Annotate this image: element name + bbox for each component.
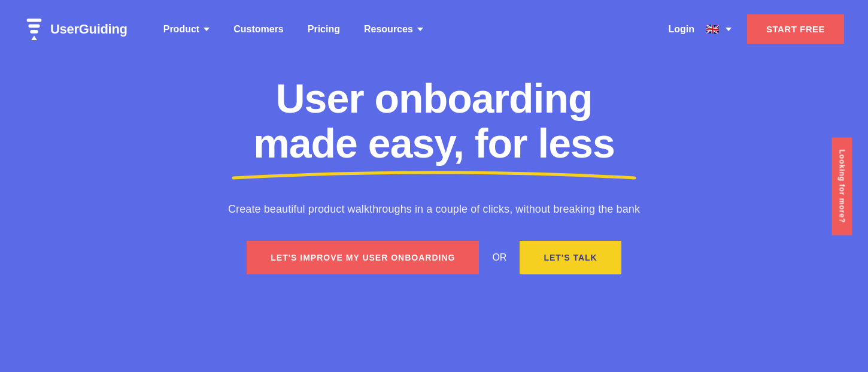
logo-icon (24, 17, 44, 41)
svg-rect-1 (28, 24, 40, 28)
hero-subtitle: Create beautiful product walkthroughs in… (228, 203, 640, 216)
hero-section: User onboarding made easy, for less Crea… (0, 58, 868, 298)
start-free-button[interactable]: START FREE (747, 14, 844, 44)
nav-pricing[interactable]: Pricing (296, 18, 352, 41)
nav-links: Product Customers Pricing Resources (151, 18, 669, 41)
login-link[interactable]: Login (668, 24, 694, 35)
lang-chevron-icon (726, 28, 732, 31)
flag-icon: 🇬🇧 (704, 23, 721, 35)
hero-underline (210, 166, 658, 186)
navbar: UserGuiding Product Customers Pricing Re… (0, 0, 868, 58)
hero-title: User onboarding made easy, for less (253, 76, 614, 166)
nav-resources[interactable]: Resources (352, 18, 435, 41)
language-selector[interactable]: 🇬🇧 (704, 23, 732, 35)
resources-chevron-icon (417, 28, 423, 31)
logo-link[interactable]: UserGuiding (24, 17, 128, 41)
or-text: OR (492, 252, 506, 263)
svg-rect-2 (30, 29, 38, 33)
cta-row: LET'S IMPROVE MY USER ONBOARDING OR LET'… (247, 241, 621, 274)
logo-text: UserGuiding (50, 22, 128, 37)
nav-product[interactable]: Product (151, 18, 221, 41)
side-tab[interactable]: Looking for more? (832, 137, 852, 235)
product-chevron-icon (204, 28, 210, 31)
nav-right: Login 🇬🇧 START FREE (668, 14, 844, 44)
svg-rect-0 (27, 18, 42, 22)
nav-customers[interactable]: Customers (221, 18, 296, 41)
cta-primary-button[interactable]: LET'S IMPROVE MY USER ONBOARDING (247, 241, 479, 274)
cta-secondary-button[interactable]: LET'S TALK (520, 241, 621, 274)
